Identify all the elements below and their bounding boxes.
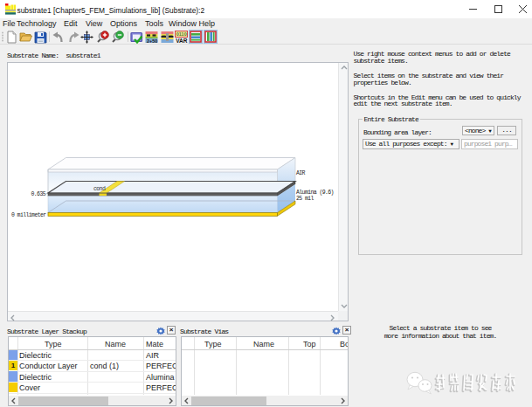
svg-text:0110: 0110 bbox=[176, 31, 187, 37]
svg-text:VAR: VAR bbox=[176, 38, 188, 44]
svg-text:AIR: AIR bbox=[296, 170, 306, 176]
svg-text:0.635: 0.635 bbox=[31, 191, 45, 197]
svg-text:25 mil: 25 mil bbox=[296, 196, 314, 202]
svg-text:2+50: 2+50 bbox=[147, 38, 157, 44]
svg-text:0 millimeter: 0 millimeter bbox=[11, 212, 46, 218]
svg-text:cond: cond bbox=[93, 186, 106, 192]
svg-text:Alumina (9.6): Alumina (9.6) bbox=[296, 190, 334, 196]
